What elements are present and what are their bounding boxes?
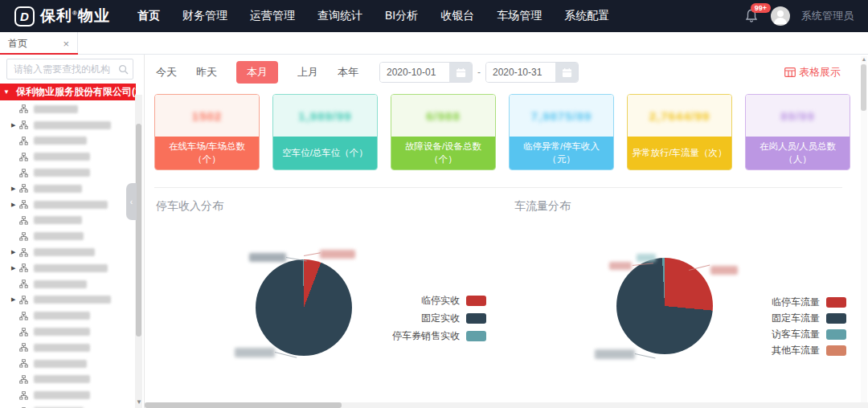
date-range: - <box>379 62 579 83</box>
org-tree-item[interactable]: ▶ <box>0 181 135 197</box>
stat-card-3[interactable]: 7,9875/89临停异常/停车收入（元） <box>509 94 614 170</box>
org-name-redacted <box>34 121 111 129</box>
legend-item-1-1[interactable]: 固定车流量 <box>772 312 846 325</box>
expand-arrow-icon[interactable]: ▶ <box>11 296 19 303</box>
app-root: D 保利®物业 首页财务管理运营管理查询统计BI分析收银台车场管理系统配置 99… <box>0 0 868 408</box>
org-tree-item[interactable] <box>0 308 135 324</box>
org-tree-item[interactable] <box>0 340 135 356</box>
table-view-label: 表格展示 <box>799 65 841 80</box>
legend-item-1-0[interactable]: 临停车流量 <box>772 296 846 309</box>
expand-arrow-icon[interactable]: ▶ <box>11 186 19 192</box>
nav-item-3[interactable]: 查询统计 <box>317 9 362 23</box>
org-root-selected[interactable]: ▼ 保利物业服务股份有限公司(15/3 <box>0 84 136 100</box>
pie0-callout-redacted <box>249 253 286 262</box>
calendar-icon[interactable] <box>555 63 578 82</box>
date-from-input[interactable] <box>380 63 449 82</box>
org-tree-item[interactable] <box>0 133 135 149</box>
pie0-leader-line <box>304 252 321 256</box>
calendar-icon[interactable] <box>449 63 472 82</box>
org-tree-item[interactable]: ▶ <box>0 292 135 308</box>
sidebar-collapse-handle[interactable]: ‹ <box>126 183 137 220</box>
stat-card-0[interactable]: 1502在线车场/车场总数（个） <box>154 94 260 170</box>
org-tree-item[interactable]: ▶ <box>0 260 135 276</box>
legend-item-0-0[interactable]: 临停实收 <box>392 294 486 308</box>
expand-arrow-icon[interactable]: ▶ <box>11 265 19 271</box>
quick-filter-2[interactable]: 本月 <box>236 61 278 84</box>
nav-item-1[interactable]: 财务管理 <box>182 9 227 23</box>
org-tree-item[interactable]: ▶ <box>0 117 135 133</box>
org-tree-item[interactable] <box>0 324 135 340</box>
pie-parking-income[interactable] <box>256 259 352 356</box>
quick-filter-3[interactable]: 上月 <box>297 65 318 80</box>
avatar[interactable] <box>771 6 790 26</box>
legend-item-1-3[interactable]: 其他车流量 <box>772 344 846 357</box>
brand-logo[interactable]: D 保利®物业 <box>14 6 110 27</box>
search-icon[interactable] <box>118 63 129 78</box>
pie-traffic-flow[interactable] <box>616 258 713 354</box>
stat-card-1[interactable]: 1,989/99空车位/总车位（个） <box>272 94 378 170</box>
main-scrollbar-thumb[interactable] <box>861 64 866 111</box>
caret-down-icon[interactable]: ▼ <box>3 89 10 96</box>
notification-bell[interactable]: 99+ <box>745 8 760 24</box>
org-tree-item[interactable] <box>0 372 135 388</box>
org-tree-item[interactable]: ▶ <box>0 244 135 260</box>
top-navbar: D 保利®物业 首页财务管理运营管理查询统计BI分析收银台车场管理系统配置 99… <box>0 0 868 32</box>
org-tree-item[interactable] <box>0 356 135 372</box>
table-view-link[interactable]: 表格展示 <box>784 65 841 80</box>
expand-arrow-icon[interactable]: ▶ <box>11 122 19 129</box>
dashboard-main: 今天昨天本月上月本年 - <box>145 55 868 408</box>
legend-label: 临停车流量 <box>772 296 820 309</box>
legend-item-1-2[interactable]: 访客车流量 <box>772 328 846 341</box>
org-tree-item[interactable] <box>0 403 135 408</box>
sidebar-scroll-down-icon[interactable]: ▼ <box>136 398 142 406</box>
tab-close-icon[interactable]: × <box>63 39 69 49</box>
legend-label: 临停实收 <box>421 294 460 308</box>
org-tree-item[interactable] <box>0 276 135 292</box>
horizontal-scrollbar-thumb[interactable] <box>145 402 342 408</box>
stat-card-label-line: 临停异常/停车收入 <box>523 141 600 153</box>
legend-swatch <box>466 296 486 306</box>
org-tree-item[interactable] <box>0 101 135 117</box>
legend-label: 访客车流量 <box>772 328 820 341</box>
pie0-callout-redacted <box>320 250 355 259</box>
stat-card-label-line: 空车位/总车位（个） <box>282 147 368 160</box>
date-to-input[interactable] <box>486 63 555 82</box>
stat-card-value-area: 89/99 <box>746 95 850 137</box>
user-name[interactable]: 系统管理员 <box>801 9 854 23</box>
legend-item-0-2[interactable]: 停车券销售实收 <box>392 329 486 343</box>
quick-filter-0[interactable]: 今天 <box>156 65 177 80</box>
quick-filter-4[interactable]: 本年 <box>338 65 358 80</box>
stat-card-label-line: 故障设备/设备总数 <box>405 141 481 153</box>
nav-item-2[interactable]: 运营管理 <box>250 9 295 23</box>
nav-item-0[interactable]: 首页 <box>137 9 160 23</box>
tab-home[interactable]: 首页 × <box>0 32 78 55</box>
nav-item-5[interactable]: 收银台 <box>440 9 474 23</box>
stat-card-value-area: 1,989/99 <box>273 95 377 137</box>
org-tree-item[interactable] <box>0 149 135 165</box>
stat-card-5[interactable]: 89/99在岗人员/人员总数（人） <box>745 94 850 170</box>
legend-item-0-1[interactable]: 固定实收 <box>392 312 486 325</box>
org-tree-item[interactable] <box>0 165 135 181</box>
expand-arrow-icon[interactable]: ▶ <box>11 249 19 255</box>
org-tree-item[interactable] <box>0 213 135 229</box>
org-name-redacted <box>34 153 90 161</box>
org-tree-item[interactable]: ▶ <box>0 197 135 213</box>
stat-card-2[interactable]: 6/988故障设备/设备总数（个） <box>391 94 496 170</box>
expand-arrow-icon[interactable]: ▶ <box>11 202 19 208</box>
org-node-icon <box>19 343 28 352</box>
org-node-icon <box>19 296 28 304</box>
nav-item-7[interactable]: 系统配置 <box>564 9 609 23</box>
legend-label: 固定车流量 <box>772 312 820 325</box>
nav-item-6[interactable]: 车场管理 <box>497 9 542 23</box>
org-name-redacted <box>34 201 108 209</box>
org-node-icon <box>19 359 28 368</box>
quick-filter-1[interactable]: 昨天 <box>196 65 217 80</box>
sidebar-scrollbar-thumb[interactable] <box>136 124 141 337</box>
org-tree-item[interactable] <box>0 387 135 403</box>
org-search-input[interactable] <box>6 59 133 80</box>
nav-item-4[interactable]: BI分析 <box>385 9 418 23</box>
legend-swatch <box>826 329 846 340</box>
org-tree-item[interactable] <box>0 228 135 244</box>
stat-card-4[interactable]: 2,7644/99异常放行/车流量（次） <box>627 94 732 170</box>
main-scroll-up-icon[interactable]: ▲ <box>861 56 867 62</box>
